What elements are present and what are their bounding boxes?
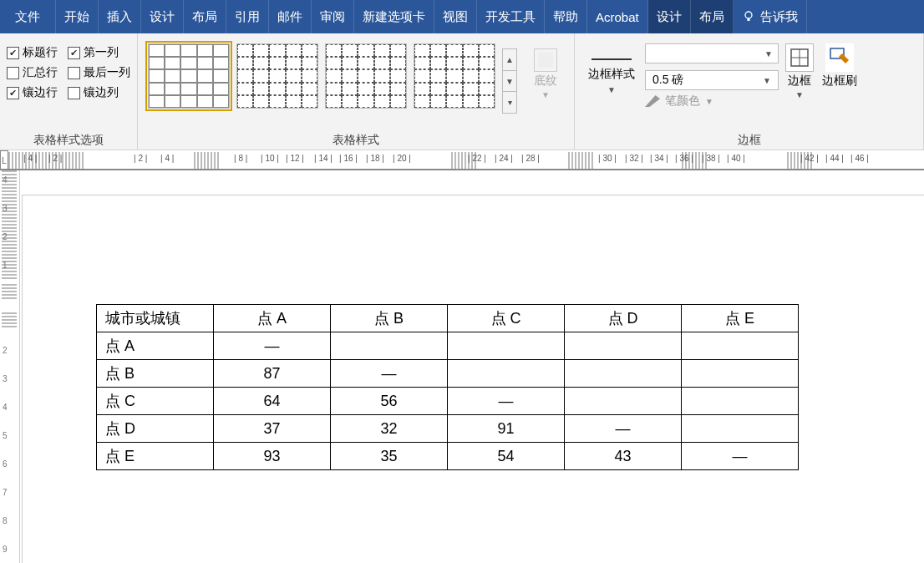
table-row: 点 D373291—: [97, 415, 799, 443]
tab-mailings[interactable]: 邮件: [269, 0, 312, 33]
pen-icon: [645, 95, 660, 107]
tab-insert[interactable]: 插入: [99, 0, 141, 33]
table-cell[interactable]: —: [331, 360, 448, 388]
table-row: 点 E93355443—: [97, 443, 799, 470]
borders-button[interactable]: 边框 ▼: [785, 43, 814, 99]
table-cell[interactable]: —: [682, 443, 799, 470]
table-cell[interactable]: 64: [214, 388, 331, 415]
opt-banded-col[interactable]: 镶边列: [68, 85, 130, 100]
chevron-up-icon[interactable]: ▲: [503, 49, 516, 71]
table-header-cell[interactable]: 点 D: [565, 305, 682, 332]
table-cell[interactable]: 56: [331, 388, 448, 415]
table-cell[interactable]: 87: [214, 360, 331, 388]
table-row: 点 B87—: [97, 360, 799, 388]
table-row: 点 C6456—: [97, 388, 799, 415]
gallery-scroll[interactable]: ▲ ▼ ▾: [502, 48, 517, 114]
opt-total-row[interactable]: 汇总行: [7, 65, 58, 80]
table-cell[interactable]: 点 E: [97, 443, 214, 470]
gallery-more-icon[interactable]: ▾: [503, 92, 516, 113]
ruler-horizontal[interactable]: L | 4 || 2 || 2 || 4 || 8 || 10 || 12 ||…: [0, 150, 924, 170]
border-painter-button[interactable]: 边框刷: [822, 43, 857, 89]
checkbox-icon: [7, 67, 19, 79]
table-cell[interactable]: 点 A: [97, 332, 214, 360]
tab-home[interactable]: 开始: [56, 0, 99, 33]
table-cell[interactable]: —: [448, 388, 565, 415]
table-cell[interactable]: [565, 388, 682, 415]
table-cell[interactable]: —: [214, 332, 331, 360]
chevron-down-icon[interactable]: ▼: [503, 71, 516, 93]
table-cell[interactable]: 32: [331, 415, 448, 443]
border-width-dropdown[interactable]: 0.5 磅 ▼: [645, 70, 779, 90]
table-cell[interactable]: [565, 360, 682, 388]
tab-references[interactable]: 引用: [226, 0, 269, 33]
opt-banded-row[interactable]: 镶边行: [7, 85, 58, 100]
border-styles-button[interactable]: 边框样式 ▼: [581, 38, 642, 99]
tab-table-layout[interactable]: 布局: [691, 0, 734, 33]
table-header-cell[interactable]: 城市或城镇: [97, 305, 214, 332]
chevron-down-icon: ▼: [795, 90, 804, 99]
group-borders: 边框样式 ▼ ▼ 0.5 磅 ▼ 笔颜色 ▼: [575, 33, 924, 150]
table-cell[interactable]: 91: [448, 415, 565, 443]
tab-acrobat[interactable]: Acrobat: [587, 0, 648, 33]
ruler-vertical[interactable]: 432123456789: [0, 170, 20, 563]
table-style-thumb[interactable]: [148, 43, 230, 109]
tab-view[interactable]: 视图: [434, 0, 477, 33]
table-row: 点 A—: [97, 332, 799, 360]
line-style-icon: [591, 58, 632, 60]
tab-review[interactable]: 审阅: [312, 0, 354, 33]
ribbon: 标题行 第一列 汇总行 最后一列 镶边行 镶边列 表格样式选项: [0, 33, 924, 150]
table-cell[interactable]: [448, 332, 565, 360]
table-cell[interactable]: [682, 332, 799, 360]
page-area: 城市或城镇点 A点 B点 C点 D点 E 点 A—点 B87—点 C6456—点…: [20, 170, 924, 563]
table-style-thumb[interactable]: [414, 43, 495, 109]
table-cell[interactable]: [331, 332, 448, 360]
tab-selector[interactable]: L: [0, 150, 8, 170]
shading-button[interactable]: 底纹 ▼: [527, 43, 564, 114]
tab-table-design[interactable]: 设计: [648, 0, 691, 33]
table-cell[interactable]: 35: [331, 443, 448, 470]
table-cell[interactable]: [448, 360, 565, 388]
table-header-cell[interactable]: 点 C: [448, 305, 565, 332]
table-style-thumb[interactable]: [236, 43, 318, 109]
table-cell[interactable]: —: [565, 415, 682, 443]
table-style-thumb[interactable]: [325, 43, 407, 109]
table-cell[interactable]: [682, 415, 799, 443]
table-cell[interactable]: [565, 332, 682, 360]
tab-design[interactable]: 设计: [141, 0, 184, 33]
table-cell[interactable]: 54: [448, 443, 565, 470]
table-cell[interactable]: 点 B: [97, 360, 214, 388]
tell-me[interactable]: 告诉我: [734, 0, 807, 33]
chevron-down-icon: ▼: [541, 90, 550, 99]
opt-first-col[interactable]: 第一列: [68, 45, 130, 60]
opt-header-row[interactable]: 标题行: [7, 45, 58, 60]
table-cell[interactable]: 93: [214, 443, 331, 470]
chevron-down-icon: ▼: [705, 97, 713, 106]
tab-developer[interactable]: 开发工具: [477, 0, 545, 33]
checkbox-icon: [7, 47, 19, 59]
table-cell[interactable]: [682, 360, 799, 388]
paint-bucket-icon: [534, 48, 557, 72]
table-header-cell[interactable]: 点 E: [682, 305, 799, 332]
table-header-cell[interactable]: 点 B: [331, 305, 448, 332]
table-style-gallery: ▲ ▼ ▾ 底纹 ▼: [145, 38, 567, 119]
checkbox-icon: [68, 67, 80, 79]
tab-layout[interactable]: 布局: [184, 0, 226, 33]
group-table-style-options: 标题行 第一列 汇总行 最后一列 镶边行 镶边列 表格样式选项: [0, 33, 138, 150]
tab-file[interactable]: 文件: [0, 0, 56, 33]
table-cell[interactable]: 点 C: [97, 388, 214, 415]
opt-last-col[interactable]: 最后一列: [68, 65, 130, 80]
border-line-style-dropdown[interactable]: ▼: [645, 43, 779, 63]
chevron-down-icon: ▼: [764, 49, 773, 58]
svg-rect-1: [747, 18, 749, 21]
tab-help[interactable]: 帮助: [545, 0, 587, 33]
table-cell[interactable]: 37: [214, 415, 331, 443]
tab-newtab[interactable]: 新建选项卡: [354, 0, 434, 33]
group-label: 边框: [581, 129, 916, 148]
table-cell[interactable]: [682, 388, 799, 415]
table-header-cell[interactable]: 点 A: [214, 305, 331, 332]
pen-color-button[interactable]: 笔颜色 ▼: [645, 94, 779, 109]
group-label: 表格样式选项: [7, 129, 130, 148]
table-cell[interactable]: 43: [565, 443, 682, 470]
document-table[interactable]: 城市或城镇点 A点 B点 C点 D点 E 点 A—点 B87—点 C6456—点…: [96, 304, 799, 470]
table-cell[interactable]: 点 D: [97, 415, 214, 443]
